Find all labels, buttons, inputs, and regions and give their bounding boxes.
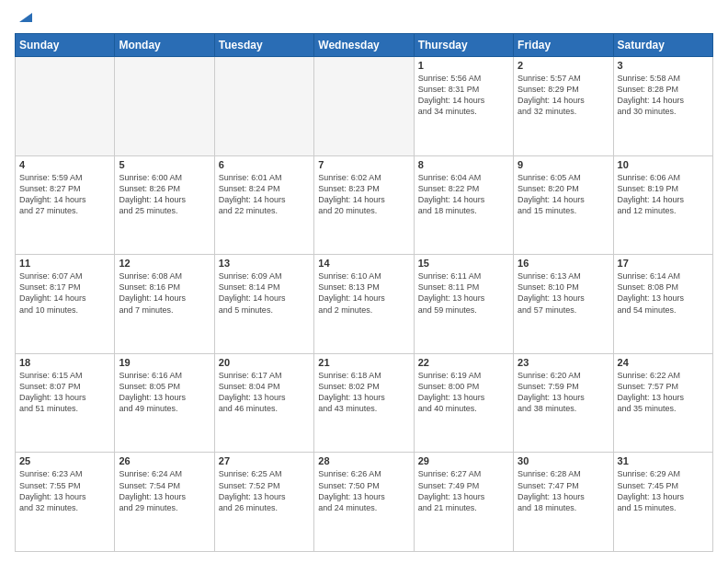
calendar-cell: 24Sunrise: 6:22 AM Sunset: 7:57 PM Dayli… <box>613 353 712 453</box>
calendar-week-0: 1Sunrise: 5:56 AM Sunset: 8:31 PM Daylig… <box>16 57 713 156</box>
day-info: Sunrise: 6:26 AM Sunset: 7:50 PM Dayligh… <box>318 468 409 513</box>
weekday-friday: Friday <box>514 34 613 57</box>
calendar-cell: 26Sunrise: 6:24 AM Sunset: 7:54 PM Dayli… <box>115 453 214 552</box>
day-number: 11 <box>19 258 110 269</box>
day-info: Sunrise: 5:58 AM Sunset: 8:28 PM Dayligh… <box>618 73 709 118</box>
calendar-table: SundayMondayTuesdayWednesdayThursdayFrid… <box>15 33 713 552</box>
weekday-header-row: SundayMondayTuesdayWednesdayThursdayFrid… <box>16 34 713 57</box>
calendar-cell: 31Sunrise: 6:29 AM Sunset: 7:45 PM Dayli… <box>613 453 712 552</box>
day-number: 17 <box>618 258 709 269</box>
calendar-cell <box>214 57 313 156</box>
day-number: 18 <box>19 357 110 368</box>
day-number: 19 <box>119 357 210 368</box>
day-number: 21 <box>318 357 409 368</box>
day-info: Sunrise: 6:25 AM Sunset: 7:52 PM Dayligh… <box>219 468 310 513</box>
day-number: 30 <box>518 455 609 466</box>
calendar-cell: 7Sunrise: 6:02 AM Sunset: 8:23 PM Daylig… <box>314 155 414 255</box>
day-number: 5 <box>119 159 210 170</box>
calendar-cell: 22Sunrise: 6:19 AM Sunset: 8:00 PM Dayli… <box>414 353 513 453</box>
day-number: 23 <box>518 357 609 368</box>
calendar-cell <box>16 57 115 156</box>
calendar-cell: 15Sunrise: 6:11 AM Sunset: 8:11 PM Dayli… <box>414 255 513 354</box>
calendar-cell: 14Sunrise: 6:10 AM Sunset: 8:13 PM Dayli… <box>314 255 414 354</box>
calendar-week-4: 25Sunrise: 6:23 AM Sunset: 7:55 PM Dayli… <box>16 453 713 552</box>
calendar-cell: 12Sunrise: 6:08 AM Sunset: 8:16 PM Dayli… <box>115 255 214 354</box>
calendar-cell: 20Sunrise: 6:17 AM Sunset: 8:04 PM Dayli… <box>214 353 313 453</box>
weekday-tuesday: Tuesday <box>214 34 313 57</box>
day-info: Sunrise: 6:23 AM Sunset: 7:55 PM Dayligh… <box>19 468 110 513</box>
calendar-cell: 27Sunrise: 6:25 AM Sunset: 7:52 PM Dayli… <box>214 453 313 552</box>
calendar-cell: 23Sunrise: 6:20 AM Sunset: 7:59 PM Dayli… <box>514 353 613 453</box>
calendar-cell: 3Sunrise: 5:58 AM Sunset: 8:28 PM Daylig… <box>613 57 712 156</box>
calendar-cell: 6Sunrise: 6:01 AM Sunset: 8:24 PM Daylig… <box>214 155 313 255</box>
day-number: 16 <box>518 258 609 269</box>
calendar-cell: 29Sunrise: 6:27 AM Sunset: 7:49 PM Dayli… <box>414 453 513 552</box>
calendar-cell: 18Sunrise: 6:15 AM Sunset: 8:07 PM Dayli… <box>16 353 115 453</box>
day-number: 2 <box>518 60 609 71</box>
day-number: 29 <box>418 455 509 466</box>
calendar-week-1: 4Sunrise: 5:59 AM Sunset: 8:27 PM Daylig… <box>16 155 713 255</box>
day-info: Sunrise: 6:20 AM Sunset: 7:59 PM Dayligh… <box>518 370 609 415</box>
weekday-thursday: Thursday <box>414 34 513 57</box>
day-info: Sunrise: 6:28 AM Sunset: 7:47 PM Dayligh… <box>518 468 609 513</box>
day-number: 26 <box>119 455 210 466</box>
logo <box>15 11 32 26</box>
calendar-cell: 30Sunrise: 6:28 AM Sunset: 7:47 PM Dayli… <box>514 453 613 552</box>
calendar-cell: 1Sunrise: 5:56 AM Sunset: 8:31 PM Daylig… <box>414 57 513 156</box>
weekday-sunday: Sunday <box>16 34 115 57</box>
day-info: Sunrise: 6:06 AM Sunset: 8:19 PM Dayligh… <box>618 172 709 217</box>
day-info: Sunrise: 6:09 AM Sunset: 8:14 PM Dayligh… <box>219 270 310 316</box>
calendar-cell: 2Sunrise: 5:57 AM Sunset: 8:29 PM Daylig… <box>514 57 613 156</box>
day-info: Sunrise: 6:01 AM Sunset: 8:24 PM Dayligh… <box>219 172 310 217</box>
day-number: 31 <box>618 455 709 466</box>
calendar-cell: 13Sunrise: 6:09 AM Sunset: 8:14 PM Dayli… <box>214 255 313 354</box>
day-info: Sunrise: 5:59 AM Sunset: 8:27 PM Dayligh… <box>19 172 110 217</box>
day-info: Sunrise: 6:27 AM Sunset: 7:49 PM Dayligh… <box>418 468 509 513</box>
day-info: Sunrise: 6:16 AM Sunset: 8:05 PM Dayligh… <box>119 370 210 415</box>
calendar-cell: 16Sunrise: 6:13 AM Sunset: 8:10 PM Dayli… <box>514 255 613 354</box>
weekday-saturday: Saturday <box>613 34 712 57</box>
day-info: Sunrise: 6:18 AM Sunset: 8:02 PM Dayligh… <box>318 370 409 415</box>
calendar-cell: 28Sunrise: 6:26 AM Sunset: 7:50 PM Dayli… <box>314 453 414 552</box>
day-info: Sunrise: 6:02 AM Sunset: 8:23 PM Dayligh… <box>318 172 409 217</box>
day-info: Sunrise: 6:07 AM Sunset: 8:17 PM Dayligh… <box>19 270 110 316</box>
day-info: Sunrise: 6:13 AM Sunset: 8:10 PM Dayligh… <box>518 270 609 316</box>
calendar-cell: 25Sunrise: 6:23 AM Sunset: 7:55 PM Dayli… <box>16 453 115 552</box>
day-number: 4 <box>19 159 110 170</box>
day-info: Sunrise: 6:11 AM Sunset: 8:11 PM Dayligh… <box>418 270 509 316</box>
day-number: 1 <box>418 60 509 71</box>
calendar-cell: 19Sunrise: 6:16 AM Sunset: 8:05 PM Dayli… <box>115 353 214 453</box>
day-info: Sunrise: 6:08 AM Sunset: 8:16 PM Dayligh… <box>119 270 210 316</box>
day-number: 15 <box>418 258 509 269</box>
calendar-cell: 21Sunrise: 6:18 AM Sunset: 8:02 PM Dayli… <box>314 353 414 453</box>
day-number: 22 <box>418 357 509 368</box>
logo-icon <box>16 9 32 26</box>
day-info: Sunrise: 6:22 AM Sunset: 7:57 PM Dayligh… <box>618 370 709 415</box>
svg-marker-0 <box>19 13 32 22</box>
calendar-cell <box>314 57 414 156</box>
day-info: Sunrise: 6:10 AM Sunset: 8:13 PM Dayligh… <box>318 270 409 316</box>
day-number: 6 <box>219 159 310 170</box>
calendar-cell: 4Sunrise: 5:59 AM Sunset: 8:27 PM Daylig… <box>16 155 115 255</box>
day-number: 7 <box>318 159 409 170</box>
day-number: 27 <box>219 455 310 466</box>
day-info: Sunrise: 6:15 AM Sunset: 8:07 PM Dayligh… <box>19 370 110 415</box>
day-number: 8 <box>418 159 509 170</box>
calendar-cell: 11Sunrise: 6:07 AM Sunset: 8:17 PM Dayli… <box>16 255 115 354</box>
calendar-cell <box>115 57 214 156</box>
day-info: Sunrise: 6:19 AM Sunset: 8:00 PM Dayligh… <box>418 370 509 415</box>
day-number: 13 <box>219 258 310 269</box>
calendar-cell: 10Sunrise: 6:06 AM Sunset: 8:19 PM Dayli… <box>613 155 712 255</box>
day-number: 25 <box>19 455 110 466</box>
day-info: Sunrise: 5:56 AM Sunset: 8:31 PM Dayligh… <box>418 73 509 118</box>
day-info: Sunrise: 6:29 AM Sunset: 7:45 PM Dayligh… <box>618 468 709 513</box>
day-info: Sunrise: 6:05 AM Sunset: 8:20 PM Dayligh… <box>518 172 609 217</box>
day-number: 28 <box>318 455 409 466</box>
weekday-monday: Monday <box>115 34 214 57</box>
day-number: 24 <box>618 357 709 368</box>
day-info: Sunrise: 6:04 AM Sunset: 8:22 PM Dayligh… <box>418 172 509 217</box>
header <box>15 11 713 26</box>
day-info: Sunrise: 6:14 AM Sunset: 8:08 PM Dayligh… <box>618 270 709 316</box>
day-number: 20 <box>219 357 310 368</box>
calendar-week-3: 18Sunrise: 6:15 AM Sunset: 8:07 PM Dayli… <box>16 353 713 453</box>
